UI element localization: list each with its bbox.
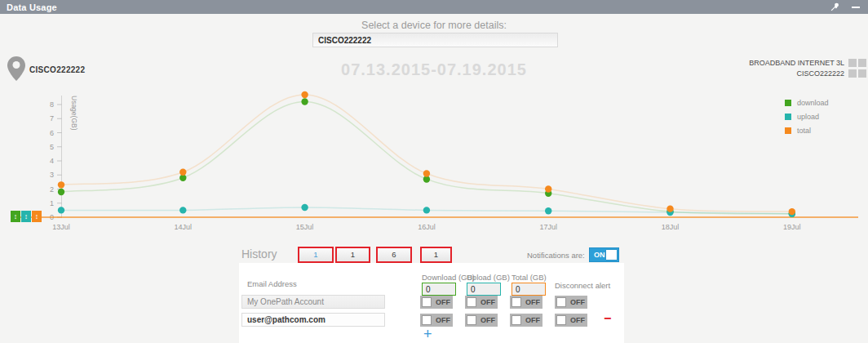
series-axis-handles: ↕ ↕ ↕ [11,211,42,222]
upload-drag-handle[interactable]: ↕ [21,211,31,222]
download-line [61,102,792,214]
point-download-15Jul[interactable] [301,98,308,105]
toggle-state-label: ON [594,251,605,259]
notifications-toggle[interactable]: ON [589,247,619,262]
y-tick-label: 6 [50,129,54,137]
toggle-knob [467,297,476,307]
alerts-form-panel: Download (GB) Upload (GB) Total (GB) Dis… [239,263,624,343]
email-input-account[interactable] [241,295,385,309]
download-alert-toggle-row1[interactable]: OFF [420,314,453,327]
point-total-19Jul[interactable] [789,208,795,215]
upload-alert-toggle-row0[interactable]: OFF [465,296,498,309]
total-line [61,95,792,212]
x-tick-label: 17Jul [539,223,557,231]
disconnect-alert-header: Disconnect alert [555,281,610,290]
x-tick-label: 14Jul [175,223,193,231]
toggle-state-label: OFF [525,316,540,324]
toggle-knob [512,297,521,307]
toggle-knob [422,315,432,325]
history-button-1-month[interactable]: 1 Month [335,247,370,263]
disconnect-alert-toggle-row1[interactable]: OFF [555,314,587,327]
point-upload-16Jul[interactable] [423,207,430,213]
total-gb-header: Total (GB) [512,273,547,282]
point-upload-14Jul[interactable] [179,207,186,213]
toggle-knob [422,297,432,307]
history-button-1-week[interactable]: 1 Week [298,247,334,263]
total-alert-toggle-row1[interactable]: OFF [510,314,542,327]
download-drag-handle[interactable]: ↕ [11,211,20,222]
download-alert-toggle-row0[interactable]: OFF [420,296,453,309]
usage-line-chart: 012345678Usage(GB)13Jul14Jul15Jul16Jul17… [0,0,868,241]
y-tick-label: 8 [50,100,54,109]
y-tick-label: 2 [50,185,54,194]
toggle-state-label: OFF [436,316,450,324]
email-address-header: Email Address [247,279,297,288]
toggle-knob [512,315,521,325]
point-upload-13Jul[interactable] [58,207,64,213]
history-button-1-year[interactable]: 1 Year [420,247,452,263]
total-alert-toggle-row0[interactable]: OFF [510,296,542,309]
x-tick-label: 18Jul [662,223,680,231]
notifications-label: Notifications are: [527,251,585,260]
toggle-state-label: OFF [525,298,540,306]
x-tick-label: 19Jul [783,223,801,231]
toggle-knob [556,297,566,307]
toggle-knob [606,250,617,260]
point-total-13Jul[interactable] [58,181,64,188]
point-total-14Jul[interactable] [179,169,186,176]
toggle-state-label: OFF [436,298,450,306]
point-total-18Jul[interactable] [666,205,673,212]
download-threshold-input[interactable] [422,283,456,296]
toggle-state-label: OFF [570,298,585,306]
history-title: History [241,247,277,261]
data-usage-widget: Data Usage Select a device for more deta… [0,0,868,343]
point-total-16Jul[interactable] [423,170,430,176]
point-upload-17Jul[interactable] [545,207,551,214]
point-total-17Jul[interactable] [545,185,551,192]
y-tick-label: 3 [50,171,54,179]
y-tick-label: 4 [50,157,54,165]
point-download-13Jul[interactable] [58,189,64,195]
total-drag-handle[interactable]: ↕ [32,211,42,222]
upload-alert-toggle-row1[interactable]: OFF [465,314,498,327]
y-tick-label: 5 [50,143,54,151]
toggle-state-label: OFF [570,316,585,324]
upload-gb-header: Upload (GB) [467,273,510,282]
toggle-state-label: OFF [480,316,495,324]
total-threshold-input[interactable] [512,283,546,296]
y-tick-label: 1 [50,199,54,207]
history-button-6-months[interactable]: 6 Months [376,247,412,263]
toggle-knob [556,315,566,325]
x-tick-label: 16Jul [418,223,436,231]
disconnect-alert-toggle-row0[interactable]: OFF [555,296,587,309]
point-upload-15Jul[interactable] [301,204,308,211]
x-tick-label: 15Jul [296,223,314,231]
point-total-15Jul[interactable] [301,91,308,98]
toggle-state-label: OFF [480,298,495,306]
toggle-knob [467,315,476,325]
remove-row-button[interactable]: − [604,312,611,325]
upload-threshold-input[interactable] [467,283,501,296]
y-axis-title: Usage(GB) [70,96,78,131]
email-input-user[interactable] [241,313,385,327]
y-tick-label: 7 [50,114,54,122]
x-tick-label: 13Jul [52,223,70,231]
add-row-button[interactable]: + [423,327,432,341]
